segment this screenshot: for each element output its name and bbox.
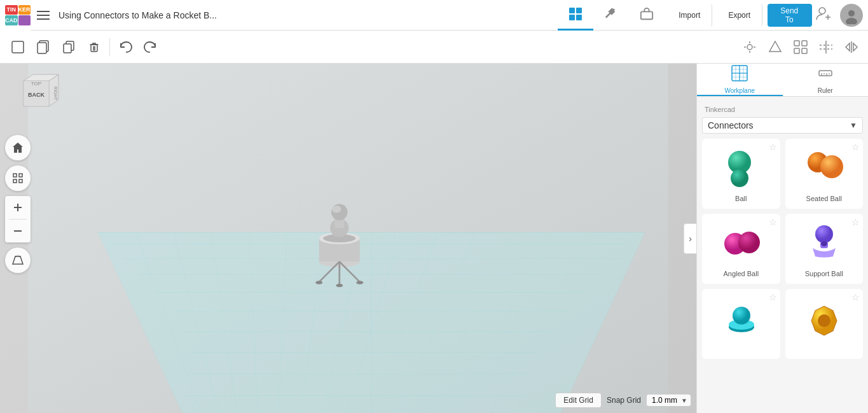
- nav-right: Import Export Send To: [558, 0, 868, 31]
- svg-rect-88: [19, 179, 22, 183]
- ball-favorite-icon[interactable]: ☆: [769, 142, 777, 152]
- svg-rect-101: [819, 71, 832, 76]
- svg-marker-35: [853, 43, 857, 51]
- svg-point-71: [315, 281, 322, 284]
- svg-point-112: [815, 225, 833, 243]
- cube-widget[interactable]: TOP BACK RIGHT: [8, 71, 65, 129]
- left-panel: [0, 127, 36, 273]
- logo-ker: KER: [18, 5, 31, 15]
- tab-ruler[interactable]: Ruler: [783, 64, 869, 96]
- svg-point-72: [356, 281, 363, 284]
- svg-rect-14: [12, 41, 24, 53]
- main-area: TOP BACK RIGHT: [0, 64, 868, 413]
- svg-point-119: [818, 314, 830, 327]
- redo-button[interactable]: [138, 34, 163, 60]
- menu-icon[interactable]: [31, 0, 56, 31]
- shape-library: Tinkercad Connectors ▼ ☆: [697, 97, 868, 413]
- perspective-button[interactable]: [5, 248, 31, 273]
- svg-point-109: [820, 155, 843, 178]
- viewport[interactable]: TOP BACK RIGHT: [0, 64, 696, 413]
- logo-cad: CAD: [5, 15, 18, 25]
- collapse-panel-button[interactable]: ›: [684, 223, 696, 254]
- nav-tab-hammer[interactable]: [593, 0, 629, 31]
- user-avatar[interactable]: [840, 4, 863, 27]
- svg-rect-4: [576, 8, 582, 13]
- edit-grid-button[interactable]: Edit Grid: [555, 393, 602, 408]
- zoom-out-button[interactable]: [5, 220, 31, 242]
- copy-button[interactable]: [56, 34, 81, 60]
- support-ball-label: Support Ball: [805, 270, 843, 277]
- shape6-favorite-icon[interactable]: ☆: [851, 292, 860, 302]
- grid-controls: Edit Grid Snap Grid 1.0 mm 0.5 mm 0.1 mm…: [555, 393, 691, 408]
- shape-item-6[interactable]: ☆: [785, 289, 864, 359]
- export-button[interactable]: Export: [717, 4, 762, 27]
- svg-point-12: [848, 10, 855, 17]
- support-ball-shape-image: [799, 220, 850, 267]
- snap-grid-select[interactable]: 1.0 mm 0.5 mm 0.1 mm 2.0 mm: [646, 394, 691, 407]
- shape-item-angled-ball[interactable]: ☆: [702, 214, 780, 284]
- group-button[interactable]: [789, 36, 812, 59]
- light-button[interactable]: [738, 36, 761, 59]
- svg-point-111: [738, 232, 760, 253]
- nav-tab-briefcase[interactable]: [629, 0, 665, 31]
- mirror-button[interactable]: [840, 36, 863, 59]
- svg-text:TOP: TOP: [31, 81, 41, 87]
- svg-rect-16: [38, 43, 46, 53]
- align-button[interactable]: [815, 36, 837, 59]
- nav-tab-grid[interactable]: [558, 0, 593, 31]
- toolbar-right: [738, 36, 863, 59]
- angled-ball-label: Angled Ball: [723, 270, 759, 277]
- logo-tin: TIN: [5, 5, 18, 15]
- undo-button[interactable]: [113, 34, 138, 60]
- shape5-image: [715, 295, 766, 342]
- shape-item-5[interactable]: ☆: [702, 289, 780, 359]
- import-button[interactable]: Import: [667, 4, 712, 27]
- shape-outline-button[interactable]: [764, 36, 787, 59]
- angled-ball-favorite-icon[interactable]: ☆: [769, 217, 777, 227]
- new-button[interactable]: [5, 34, 31, 60]
- svg-rect-5: [569, 15, 575, 20]
- sendto-button[interactable]: Send To: [768, 4, 813, 27]
- svg-rect-28: [794, 48, 799, 53]
- svg-point-8: [819, 8, 825, 14]
- view-cube-svg: TOP BACK RIGHT: [8, 71, 65, 129]
- shape6-image: [799, 295, 850, 342]
- add-user-icon[interactable]: [815, 4, 832, 25]
- svg-rect-26: [794, 41, 799, 46]
- grid-svg: [0, 64, 696, 413]
- copy-project-button[interactable]: [31, 34, 56, 60]
- delete-button[interactable]: [81, 34, 107, 60]
- svg-rect-7: [641, 11, 652, 19]
- ball-shape-image: [715, 144, 766, 192]
- svg-rect-85: [13, 174, 17, 177]
- svg-point-73: [336, 284, 343, 287]
- toolbar-separator-1: [109, 38, 110, 56]
- logo[interactable]: TIN KER CAD: [0, 0, 31, 31]
- ruler-icon: [816, 64, 834, 86]
- right-panel: Workplane Ruler Tinkercad: [696, 64, 868, 413]
- svg-marker-25: [769, 41, 781, 52]
- workplane-label: Workplane: [724, 87, 755, 94]
- svg-rect-0: [37, 11, 50, 12]
- home-button[interactable]: [5, 135, 31, 160]
- svg-text:RIGHT: RIGHT: [53, 87, 58, 101]
- fit-button[interactable]: [5, 165, 31, 191]
- shape5-favorite-icon[interactable]: ☆: [769, 292, 777, 302]
- toolbar: [0, 31, 868, 64]
- svg-rect-6: [576, 15, 582, 20]
- shape-item-seated-ball[interactable]: ☆: [785, 139, 864, 209]
- svg-point-107: [731, 169, 748, 187]
- lib-subcategory-dropdown[interactable]: Connectors ▼: [702, 117, 863, 134]
- dropdown-arrow-icon: ▼: [850, 121, 857, 130]
- tab-workplane[interactable]: Workplane: [697, 64, 783, 96]
- shape-item-support-ball[interactable]: ☆: [785, 214, 864, 284]
- seated-ball-favorite-icon[interactable]: ☆: [851, 142, 860, 152]
- shape-item-ball[interactable]: ☆: [702, 139, 780, 209]
- angled-ball-shape-image: [715, 220, 766, 267]
- zoom-in-button[interactable]: [5, 196, 31, 219]
- svg-rect-3: [569, 8, 575, 13]
- snap-wrapper: 1.0 mm 0.5 mm 0.1 mm 2.0 mm ▼: [646, 394, 691, 407]
- lib-category-header: Tinkercad: [702, 102, 863, 117]
- ruler-label: Ruler: [818, 87, 833, 94]
- support-ball-favorite-icon[interactable]: ☆: [851, 217, 860, 227]
